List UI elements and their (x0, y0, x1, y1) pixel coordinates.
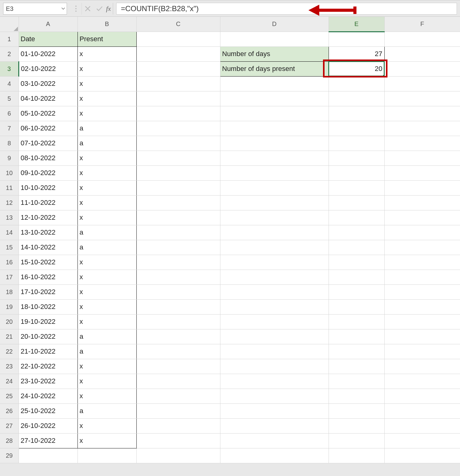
row-header-23[interactable]: 23 (0, 359, 19, 374)
row-header-21[interactable]: 21 (0, 329, 19, 344)
cell-E21[interactable] (329, 329, 384, 344)
cell-E20[interactable] (329, 314, 384, 329)
cell-F22[interactable] (384, 344, 460, 359)
cell-A23[interactable]: 22-10-2022 (19, 359, 77, 374)
row-header-12[interactable]: 12 (0, 195, 19, 210)
cell-D13[interactable] (220, 210, 329, 225)
cell-A29[interactable] (19, 448, 77, 463)
cell-E11[interactable] (329, 180, 384, 195)
cell-C25[interactable] (136, 389, 220, 403)
cell-B7[interactable]: a (77, 121, 136, 136)
cell-C17[interactable] (136, 270, 220, 284)
cell-F18[interactable] (384, 284, 460, 299)
row-header-7[interactable]: 7 (0, 121, 19, 136)
cell-F15[interactable] (384, 240, 460, 255)
cell-B20[interactable]: x (77, 314, 136, 329)
cell-F24[interactable] (384, 374, 460, 389)
cell-A3[interactable]: 02-10-2022 (19, 61, 77, 76)
cell-A8[interactable]: 07-10-2022 (19, 136, 77, 151)
cell-C13[interactable] (136, 210, 220, 225)
cell-B10[interactable]: x (77, 165, 136, 180)
column-header-A[interactable]: A (19, 17, 77, 32)
cell-A9[interactable]: 08-10-2022 (19, 151, 77, 165)
cell-B2[interactable]: x (77, 46, 136, 61)
cell-C19[interactable] (136, 299, 220, 314)
cell-D8[interactable] (220, 136, 329, 151)
cell-D11[interactable] (220, 180, 329, 195)
column-header-B[interactable]: B (77, 17, 136, 32)
cell-B14[interactable]: a (77, 225, 136, 240)
cell-E22[interactable] (329, 344, 384, 359)
cell-C18[interactable] (136, 284, 220, 299)
cell-F17[interactable] (384, 270, 460, 284)
cell-A10[interactable]: 09-10-2022 (19, 165, 77, 180)
cell-C27[interactable] (136, 418, 220, 433)
cell-B1[interactable]: Present (77, 32, 136, 46)
cell-B11[interactable]: x (77, 180, 136, 195)
cell-A27[interactable]: 26-10-2022 (19, 418, 77, 433)
cell-D17[interactable] (220, 270, 329, 284)
cell-B29[interactable] (77, 448, 136, 463)
cell-F26[interactable] (384, 403, 460, 418)
cell-A5[interactable]: 04-10-2022 (19, 91, 77, 106)
cell-A17[interactable]: 16-10-2022 (19, 270, 77, 284)
cell-C8[interactable] (136, 136, 220, 151)
row-header-29[interactable]: 29 (0, 448, 19, 463)
cell-E4[interactable] (329, 76, 384, 91)
row-header-6[interactable]: 6 (0, 106, 19, 121)
cell-B26[interactable]: a (77, 403, 136, 418)
cell-C23[interactable] (136, 359, 220, 374)
cell-F20[interactable] (384, 314, 460, 329)
cell-B28[interactable]: x (77, 433, 136, 448)
cell-B19[interactable]: x (77, 299, 136, 314)
cell-C21[interactable] (136, 329, 220, 344)
cell-A4[interactable]: 03-10-2022 (19, 76, 77, 91)
cell-E7[interactable] (329, 121, 384, 136)
cell-B15[interactable]: a (77, 240, 136, 255)
cell-F19[interactable] (384, 299, 460, 314)
row-header-20[interactable]: 20 (0, 314, 19, 329)
cell-D26[interactable] (220, 403, 329, 418)
cell-A28[interactable]: 27-10-2022 (19, 433, 77, 448)
formula-input[interactable]: =COUNTIF(B2:B28,"x") (116, 3, 457, 15)
cell-B5[interactable]: x (77, 91, 136, 106)
cell-B6[interactable]: x (77, 106, 136, 121)
cell-E29[interactable] (329, 448, 384, 463)
cell-E18[interactable] (329, 284, 384, 299)
cell-A11[interactable]: 10-10-2022 (19, 180, 77, 195)
cell-A25[interactable]: 24-10-2022 (19, 389, 77, 403)
cell-E8[interactable] (329, 136, 384, 151)
cell-E23[interactable] (329, 359, 384, 374)
cell-F8[interactable] (384, 136, 460, 151)
cell-F11[interactable] (384, 180, 460, 195)
column-header-E[interactable]: E (329, 17, 384, 32)
cell-C16[interactable] (136, 255, 220, 270)
cell-E1[interactable] (329, 32, 384, 46)
cell-C22[interactable] (136, 344, 220, 359)
cell-D2[interactable]: Number of days (220, 46, 329, 61)
row-header-16[interactable]: 16 (0, 255, 19, 270)
cell-C14[interactable] (136, 225, 220, 240)
cell-B16[interactable]: x (77, 255, 136, 270)
cell-D29[interactable] (220, 448, 329, 463)
cell-D7[interactable] (220, 121, 329, 136)
cell-A15[interactable]: 14-10-2022 (19, 240, 77, 255)
cell-D5[interactable] (220, 91, 329, 106)
cell-A7[interactable]: 06-10-2022 (19, 121, 77, 136)
cell-C12[interactable] (136, 195, 220, 210)
row-header-15[interactable]: 15 (0, 240, 19, 255)
cell-E19[interactable] (329, 299, 384, 314)
row-header-22[interactable]: 22 (0, 344, 19, 359)
cell-B21[interactable]: a (77, 329, 136, 344)
cell-D3[interactable]: Number of days present (220, 61, 329, 76)
cell-B24[interactable]: x (77, 374, 136, 389)
cell-E6[interactable] (329, 106, 384, 121)
cell-D21[interactable] (220, 329, 329, 344)
cell-A22[interactable]: 21-10-2022 (19, 344, 77, 359)
cell-F25[interactable] (384, 389, 460, 403)
cell-C24[interactable] (136, 374, 220, 389)
cell-C7[interactable] (136, 121, 220, 136)
cell-A14[interactable]: 13-10-2022 (19, 225, 77, 240)
cell-C5[interactable] (136, 91, 220, 106)
cell-E14[interactable] (329, 225, 384, 240)
